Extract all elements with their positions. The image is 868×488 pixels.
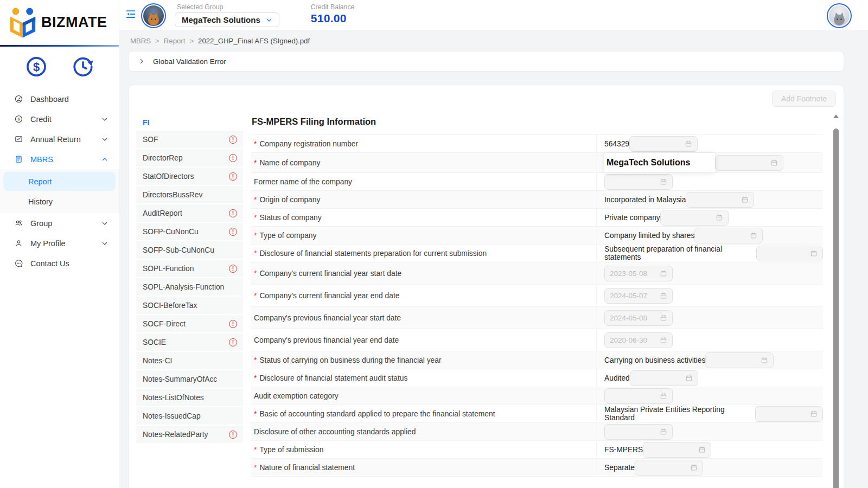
global-validation-error-panel[interactable]: Global Validation Error	[128, 51, 844, 72]
sidebar-item-contact-us[interactable]: Contact Us	[0, 253, 119, 273]
date-input: 2024-05-08	[604, 310, 673, 326]
tab-item-label: Notes-SummaryOfAcc	[143, 375, 217, 383]
calendar-icon	[660, 269, 667, 277]
section-tab-item[interactable]: SOFP-Sub-CuNonCu !	[136, 241, 243, 259]
section-tab-item[interactable]: DirectorsBussRev !	[136, 186, 243, 203]
required-asterisk: *	[254, 159, 257, 167]
form-row: * Origin of company Incorporated in Mala…	[251, 191, 823, 209]
section-tab-item[interactable]: SOPL-Function !	[136, 260, 243, 277]
section-tab-item[interactable]: Notes-RelatedParty !	[136, 426, 243, 443]
app-root: BIZMATE $ Dashboard $	[0, 0, 868, 488]
section-tab-item[interactable]: Notes-SummaryOfAcc !	[136, 370, 243, 388]
annual-return-icon	[14, 134, 23, 144]
sidebar-item-my-profile[interactable]: My Profile	[0, 233, 119, 253]
sidebar-item-label: Credit	[30, 115, 101, 124]
form-row-value-cell: Incorporated in Malaysia	[597, 192, 823, 208]
tab-item-label: AuditReport	[143, 209, 182, 217]
required-asterisk: *	[254, 269, 257, 278]
calendar-icon	[770, 159, 778, 166]
breadcrumb-separator: >	[155, 37, 159, 45]
calendar-icon	[690, 464, 698, 471]
section-tab-item[interactable]: DirectorRep !	[136, 149, 243, 166]
section-tab-item[interactable]: SOPL-Analysis-Function !	[136, 278, 243, 296]
form-row-value-cell: FS-MPERS	[597, 442, 823, 458]
form-row-label-cell: * Company's previous financial year end …	[251, 329, 597, 351]
date-input: 2024-05-07	[604, 288, 673, 304]
tab-item-label: SOFP-Sub-CuNonCu	[143, 246, 214, 254]
form-row-value-cell: Company limited by shares	[597, 228, 823, 243]
tab-item-label: DirectorsBussRev	[143, 191, 202, 199]
form-row: * Company's current financial year end d…	[251, 285, 823, 307]
section-tab-item[interactable]: StatOfDirectors !	[136, 168, 243, 185]
credit-quick-icon[interactable]: $	[25, 55, 48, 78]
date-input: 2023-05-08	[604, 266, 673, 281]
date-input	[604, 174, 673, 190]
calendar-icon	[685, 140, 692, 147]
form-row-value: Separate	[604, 464, 635, 472]
sidebar-item-credit[interactable]: $ Credit	[0, 109, 119, 129]
scrollbar-thumb[interactable]	[833, 129, 839, 488]
group-select[interactable]: MegaTech Solutions	[175, 12, 279, 27]
section-tab-item[interactable]: Notes-CI !	[136, 352, 243, 369]
profile-icon	[14, 239, 23, 248]
breadcrumb-item-current-file: 2022_GHP_Final AFS (SIgned).pdf	[198, 37, 310, 45]
calendar-icon	[660, 428, 667, 435]
breadcrumb-item-report[interactable]: Report	[164, 37, 186, 45]
section-tab-item[interactable]: SOF !	[136, 131, 243, 148]
sidebar-item-label: Annual Return	[30, 135, 101, 144]
form-row-label-cell: * Company's current financial year end d…	[251, 285, 597, 306]
sidebar-item-annual-return[interactable]: Annual Return	[0, 129, 119, 149]
section-tab-item[interactable]: SOCIE !	[136, 333, 243, 351]
form-row-value-cell: 564329	[597, 136, 823, 152]
form-row-value-cell	[597, 388, 823, 404]
sidebar-item-mbrs[interactable]: MBRS	[0, 149, 119, 169]
section-tab-item[interactable]: AuditReport !	[136, 204, 243, 222]
form-row-label-cell: * Type of company	[251, 227, 597, 244]
form-row-value-cell: Audited	[597, 370, 823, 386]
tab-item-label: SOFP-CuNonCu	[143, 228, 199, 236]
svg-text:$: $	[33, 60, 39, 74]
section-tab-item[interactable]: Notes-ListOfNotes !	[136, 389, 243, 406]
date-input	[755, 406, 823, 422]
tab-item-label: SOF	[143, 136, 158, 144]
form-row-label-cell: * Former name of the company	[251, 173, 597, 190]
form-row: * Company registration number 564329	[251, 135, 823, 153]
group-avatar[interactable]	[141, 3, 166, 28]
user-avatar[interactable]	[827, 3, 852, 28]
selected-group-block: Selected Group MegaTech Solutions	[175, 3, 279, 27]
section-tab-item[interactable]: SOCI-BeforeTax !	[136, 297, 243, 314]
sidebar-item-report[interactable]: Report	[3, 172, 116, 191]
chevron-down-icon	[101, 240, 108, 247]
section-tab-item[interactable]: SOFP-CuNonCu !	[136, 223, 243, 240]
section-tab-item[interactable]: Notes-IssuedCap !	[136, 407, 243, 425]
form-row: * Disclosure of other accounting standar…	[251, 423, 823, 441]
calendar-icon	[660, 336, 667, 344]
tab-item-label: SOCF-Direct	[143, 320, 186, 328]
date-input	[715, 155, 783, 171]
report-card: Add Footnote FI SOF ! DirectorRep ! Stat…	[128, 85, 844, 488]
calendar-icon	[750, 232, 757, 239]
brand-logo[interactable]: BIZMATE	[0, 0, 119, 47]
sidebar-item-label: Contact Us	[30, 259, 108, 268]
required-asterisk: *	[254, 446, 257, 454]
history-quick-icon[interactable]	[72, 55, 94, 78]
breadcrumb-item-mbrs[interactable]: MBRS	[130, 37, 151, 45]
scroll-up-arrow[interactable]	[833, 114, 839, 118]
sidebar-item-history[interactable]: History	[0, 192, 119, 211]
sidebar-item-dashboard[interactable]: Dashboard	[0, 89, 119, 109]
form-row-label: Nature of financial statement	[259, 464, 355, 472]
form-row-label-cell: * Type of submission	[251, 441, 597, 458]
section-tab-item[interactable]: SOCF-Direct !	[136, 315, 243, 332]
form-row-value-cell: MegaTech Solutions	[597, 153, 823, 172]
form-row-label: Status of carrying on business during th…	[259, 356, 441, 364]
form-row-label: Disclosure of other accounting standards…	[254, 428, 416, 436]
credit-balance-block: Credit Balance 510.00	[311, 3, 355, 25]
form-title: FS-MPERS Filing Information	[252, 117, 823, 127]
form-row-label-cell: * Basic of accounting standard applied t…	[251, 405, 597, 422]
calendar-icon	[660, 178, 667, 185]
form-row-label-cell: * Status of carrying on business during …	[251, 351, 597, 369]
menu-fold-icon[interactable]	[125, 8, 137, 20]
section-tab-list: SOF ! DirectorRep ! StatOfDirectors ! Di…	[136, 131, 243, 443]
tab-fi-active[interactable]: FI	[136, 115, 243, 131]
sidebar-item-group[interactable]: Group	[0, 213, 119, 233]
